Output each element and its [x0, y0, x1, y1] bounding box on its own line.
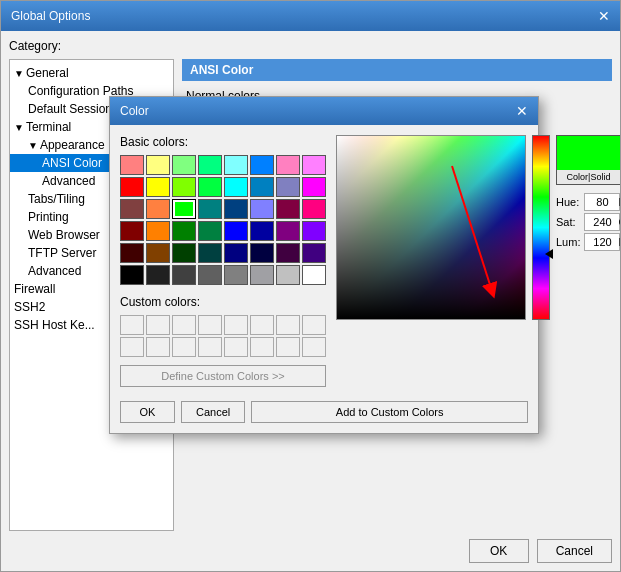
color-preview-container: Color|Solid: [556, 135, 621, 185]
hue-label: Hue:: [556, 196, 580, 208]
basic-color-cell-46[interactable]: [276, 265, 300, 285]
hue-indicator: [545, 249, 553, 259]
custom-color-cell[interactable]: [224, 315, 248, 335]
basic-color-grid: [120, 155, 326, 285]
color-selection-panel: Basic colors: Custom colors:: [120, 135, 326, 395]
basic-color-cell-2[interactable]: [172, 155, 196, 175]
basic-color-cell-6[interactable]: [276, 155, 300, 175]
custom-color-cell[interactable]: [120, 337, 144, 357]
lum-label: Lum:: [556, 236, 580, 248]
basic-color-cell-37[interactable]: [250, 243, 274, 263]
sat-input[interactable]: [584, 213, 620, 231]
basic-color-cell-1[interactable]: [146, 155, 170, 175]
basic-color-cell-7[interactable]: [302, 155, 326, 175]
basic-colors-label: Basic colors:: [120, 135, 326, 149]
custom-color-cell[interactable]: [250, 315, 274, 335]
spectrum-black-overlay: [337, 136, 525, 319]
basic-color-cell-20[interactable]: [224, 199, 248, 219]
custom-color-cell[interactable]: [146, 315, 170, 335]
basic-color-cell-27[interactable]: [198, 221, 222, 241]
color-dialog-titlebar: Color ✕: [110, 97, 538, 125]
basic-color-cell-38[interactable]: [276, 243, 300, 263]
custom-color-cell[interactable]: [172, 315, 196, 335]
basic-color-cell-29[interactable]: [250, 221, 274, 241]
hue-input[interactable]: [584, 193, 620, 211]
color-inputs-grid: Hue: Red: Sat: Green: Lum: Blue:: [556, 193, 621, 251]
window-close-button[interactable]: ✕: [598, 9, 610, 23]
basic-color-cell-4[interactable]: [224, 155, 248, 175]
basic-color-cell-30[interactable]: [276, 221, 300, 241]
basic-color-cell-25[interactable]: [146, 221, 170, 241]
basic-color-cell-34[interactable]: [172, 243, 196, 263]
basic-color-cell-0[interactable]: [120, 155, 144, 175]
color-spectrum[interactable]: [336, 135, 526, 320]
basic-color-cell-13[interactable]: [250, 177, 274, 197]
basic-color-cell-32[interactable]: [120, 243, 144, 263]
basic-color-cell-44[interactable]: [224, 265, 248, 285]
add-to-custom-colors-button[interactable]: Add to Custom Colors: [251, 401, 528, 423]
basic-color-cell-21[interactable]: [250, 199, 274, 219]
basic-color-cell-9[interactable]: [146, 177, 170, 197]
basic-color-cell-28[interactable]: [224, 221, 248, 241]
color-values-panel: Color|Solid Hue: Red: Sat: Green:: [556, 135, 621, 395]
basic-color-cell-43[interactable]: [198, 265, 222, 285]
custom-color-cell[interactable]: [146, 337, 170, 357]
basic-color-cell-31[interactable]: [302, 221, 326, 241]
custom-color-cell[interactable]: [224, 337, 248, 357]
color-dialog-close-button[interactable]: ✕: [516, 104, 528, 118]
category-label: Category:: [9, 39, 612, 53]
custom-color-cell[interactable]: [250, 337, 274, 357]
custom-color-cell[interactable]: [276, 315, 300, 335]
basic-color-cell-8[interactable]: [120, 177, 144, 197]
basic-color-cell-39[interactable]: [302, 243, 326, 263]
bottom-buttons: OK Cancel: [9, 539, 612, 563]
color-dialog: Color ✕ Basic colors: Custom colors:: [109, 96, 539, 434]
basic-color-cell-17[interactable]: [146, 199, 170, 219]
basic-color-cell-40[interactable]: [120, 265, 144, 285]
global-options-window: Global Options ✕ Category: ▼General Conf…: [0, 0, 621, 572]
basic-color-cell-41[interactable]: [146, 265, 170, 285]
title-bar: Global Options ✕: [1, 1, 620, 31]
color-preview-new: [557, 136, 620, 170]
custom-color-cell[interactable]: [120, 315, 144, 335]
basic-color-cell-11[interactable]: [198, 177, 222, 197]
custom-color-cell[interactable]: [302, 315, 326, 335]
color-picker-right: Color|Solid Hue: Red: Sat: Green:: [336, 135, 621, 395]
color-ok-button[interactable]: OK: [120, 401, 175, 423]
basic-color-cell-36[interactable]: [224, 243, 248, 263]
basic-color-cell-14[interactable]: [276, 177, 300, 197]
basic-color-cell-35[interactable]: [198, 243, 222, 263]
hue-slider[interactable]: [532, 135, 550, 320]
custom-color-cell[interactable]: [198, 315, 222, 335]
basic-color-cell-47[interactable]: [302, 265, 326, 285]
basic-color-cell-45[interactable]: [250, 265, 274, 285]
basic-color-cell-12[interactable]: [224, 177, 248, 197]
dialog-bottom-buttons: OK Cancel Add to Custom Colors: [120, 401, 528, 423]
basic-color-cell-16[interactable]: [120, 199, 144, 219]
cancel-button[interactable]: Cancel: [537, 539, 612, 563]
basic-color-cell-10[interactable]: [172, 177, 196, 197]
basic-color-cell-42[interactable]: [172, 265, 196, 285]
color-dialog-body: Basic colors: Custom colors:: [110, 125, 538, 433]
color-preview: Color|Solid: [556, 135, 621, 185]
lum-input[interactable]: [584, 233, 620, 251]
basic-color-cell-22[interactable]: [276, 199, 300, 219]
basic-color-cell-15[interactable]: [302, 177, 326, 197]
sat-label: Sat:: [556, 216, 580, 228]
ok-button[interactable]: OK: [469, 539, 529, 563]
basic-color-cell-26[interactable]: [172, 221, 196, 241]
define-custom-colors-button[interactable]: Define Custom Colors >>: [120, 365, 326, 387]
basic-color-cell-33[interactable]: [146, 243, 170, 263]
basic-color-cell-5[interactable]: [250, 155, 274, 175]
custom-color-cell[interactable]: [302, 337, 326, 357]
sidebar-item-general[interactable]: ▼General: [10, 64, 173, 82]
custom-color-cell[interactable]: [276, 337, 300, 357]
custom-color-cell[interactable]: [172, 337, 196, 357]
custom-color-cell[interactable]: [198, 337, 222, 357]
basic-color-cell-23[interactable]: [302, 199, 326, 219]
basic-color-cell-19[interactable]: [198, 199, 222, 219]
basic-color-cell-3[interactable]: [198, 155, 222, 175]
color-cancel-button[interactable]: Cancel: [181, 401, 245, 423]
basic-color-cell-18[interactable]: [172, 199, 196, 219]
basic-color-cell-24[interactable]: [120, 221, 144, 241]
